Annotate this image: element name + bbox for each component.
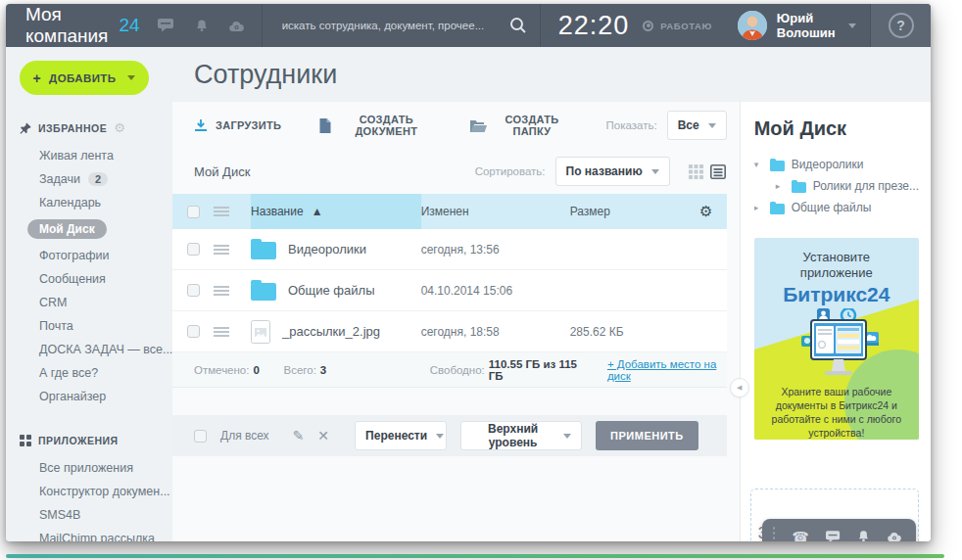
drag-handle-icon[interactable] (214, 245, 229, 255)
search-icon[interactable] (508, 16, 528, 35)
row-checkbox[interactable] (187, 284, 200, 297)
sidebar-item-doc-constructor[interactable]: Конструктор докумен... (6, 480, 172, 503)
sidebar-item-tasks[interactable]: Задачи 2 (6, 167, 172, 191)
file-name[interactable]: Видеоролики (288, 242, 366, 257)
sidebar-item-label: Органайзер (39, 390, 106, 403)
banner-line2: приложение (800, 265, 873, 280)
chat-icon[interactable] (158, 18, 175, 33)
total-value: 3 (320, 364, 326, 376)
communication-pill: ☎ (762, 519, 916, 541)
cloud-icon[interactable] (228, 18, 246, 33)
level-select[interactable]: Верхний уровень (460, 421, 582, 450)
select-all-checkbox[interactable] (187, 206, 200, 218)
collapse-panel-icon[interactable]: ◀ (730, 378, 749, 397)
chevron-right-icon[interactable]: ▸ (754, 203, 763, 212)
company-logo[interactable]: Моя компания 24 (6, 4, 158, 47)
help-button[interactable]: ? (870, 4, 931, 47)
row-checkbox[interactable] (187, 325, 200, 338)
favorites-header-label: ИЗБРАННОЕ (38, 122, 107, 134)
user-menu[interactable]: Юрий Волошин (738, 4, 870, 47)
tree-item-presentation-clips[interactable]: ▸ Ролики для презе... (754, 175, 919, 197)
show-filter: Показать: Все (606, 111, 727, 140)
pin-icon (20, 122, 31, 134)
sidebar-item-task-board[interactable]: ДОСКА ЗАДАЧ — все... (6, 338, 172, 361)
sidebar-item-label-selected: Мой Диск (27, 219, 107, 239)
file-name[interactable]: Общие файлы (288, 283, 374, 298)
create-document-button[interactable]: СОЗДАТЬ ДОКУМЕНТ (318, 114, 433, 137)
tasks-count-badge: 2 (88, 172, 108, 186)
breadcrumb[interactable]: Мой Диск (194, 164, 250, 179)
sidebar-item-all-apps[interactable]: Все приложения (6, 456, 172, 480)
sidebar-item-organizer[interactable]: Органайзер (6, 385, 172, 408)
phone-icon[interactable]: ☎ (793, 530, 809, 541)
gear-icon[interactable]: ⚙ (114, 121, 125, 134)
sidebar-item-where-is-everyone[interactable]: А где все? (6, 361, 172, 385)
sort-select[interactable]: По названию (555, 157, 670, 186)
clock[interactable]: 22:20 (541, 4, 644, 47)
sidebar-item-my-disk[interactable]: Мой Диск (6, 214, 172, 244)
column-name[interactable]: Название ▲ (251, 194, 421, 229)
list-view-icon[interactable] (710, 163, 727, 180)
upload-button[interactable]: ЗАГРУЗИТЬ (194, 118, 281, 132)
bell-icon[interactable] (857, 530, 870, 541)
sidebar-item-label: Почта (39, 319, 73, 333)
search-input[interactable] (282, 20, 508, 31)
bitrix24-app-banner[interactable]: Установите приложение Битрикс24 (754, 238, 919, 440)
column-modified[interactable]: Изменен (421, 205, 570, 218)
sidebar-item-mailchimp[interactable]: MailChimp рассылка (6, 527, 172, 541)
sidebar-item-label: ДОСКА ЗАДАЧ — все... (39, 343, 172, 356)
sidebar-item-crm[interactable]: CRM (6, 291, 172, 314)
table-row[interactable]: Видеоролики сегодня, 13:56 (172, 229, 727, 270)
sidebar-item-calendar[interactable]: Календарь (6, 191, 172, 214)
tree-item-videos[interactable]: ▾ Видеоролики (754, 154, 919, 175)
status-record-icon (643, 21, 653, 31)
sidebar-item-messages[interactable]: Сообщения (6, 267, 172, 291)
folder-icon (251, 242, 276, 259)
for-all-label: Для всех (220, 429, 269, 443)
add-disk-space-link[interactable]: + Добавить место на диск (607, 358, 727, 382)
download-icon (194, 118, 208, 132)
move-select[interactable]: Перенести (355, 421, 447, 450)
sidebar-item-label: Сообщения (39, 272, 106, 286)
chat-icon[interactable] (826, 531, 841, 542)
add-button[interactable]: + ДОБАВИТЬ (20, 61, 149, 95)
cloud-icon[interactable] (887, 531, 902, 541)
content-row: ЗАГРУЗИТЬ СОЗДАТЬ ДОКУМЕНТ (172, 102, 931, 541)
avatar (738, 11, 767, 40)
drag-grip-icon[interactable] (772, 526, 776, 541)
sidebar-item-photos[interactable]: Фотографии (6, 244, 172, 267)
banner-caption: Храните ваши рабочие документы в Битрикс… (754, 385, 919, 441)
sidebar-item-label: Живая лента (39, 149, 114, 163)
work-status[interactable]: РАБОТАЮ (643, 4, 738, 47)
sidebar-item-mail[interactable]: Почта (6, 314, 172, 338)
edit-pencil-icon[interactable]: ✎ (293, 428, 305, 443)
sidebar-item-live-feed[interactable]: Живая лента (6, 144, 172, 167)
sidebar-item-label: Календарь (39, 196, 101, 210)
apply-button[interactable]: ПРИМЕНИТЬ (596, 421, 698, 450)
row-checkbox[interactable] (187, 243, 200, 256)
column-size[interactable]: Размер (570, 205, 686, 218)
for-all-checkbox[interactable] (194, 430, 207, 443)
delete-x-icon[interactable]: ✕ (317, 428, 329, 443)
apps-section-header: ПРИЛОЖЕНИЯ (20, 435, 172, 446)
chevron-right-icon[interactable]: ▸ (776, 181, 785, 191)
bell-icon[interactable] (193, 18, 211, 33)
table-row[interactable]: Общие файлы 04.10.2014 15:06 (172, 270, 727, 311)
sidebar-item-label: SMS4B (39, 508, 80, 522)
table-header: Название ▲ Изменен Размер ⚙ (172, 194, 727, 229)
drag-handle-icon[interactable] (214, 286, 229, 296)
hamburger-icon[interactable] (214, 207, 229, 216)
add-button-label: ДОБАВИТЬ (49, 72, 116, 84)
table-row[interactable]: _рассылки_2.jpg сегодня, 18:58 285.62 КБ (172, 311, 727, 352)
disk-panel-title: Мой Диск (754, 117, 919, 140)
tree-item-shared-files[interactable]: ▸ Общие файлы (754, 197, 919, 218)
view-toggles (688, 163, 727, 180)
grid-view-icon[interactable] (688, 163, 704, 180)
show-select[interactable]: Все (667, 111, 727, 140)
create-folder-button[interactable]: СОЗДАТЬ ПАПКУ (470, 114, 568, 137)
chevron-down-icon[interactable]: ▾ (754, 160, 763, 169)
sidebar-item-sms4b[interactable]: SMS4B (6, 503, 172, 527)
gear-icon[interactable]: ⚙ (699, 203, 712, 220)
file-name[interactable]: _рассылки_2.jpg (282, 324, 380, 339)
drag-handle-icon[interactable] (214, 327, 229, 337)
